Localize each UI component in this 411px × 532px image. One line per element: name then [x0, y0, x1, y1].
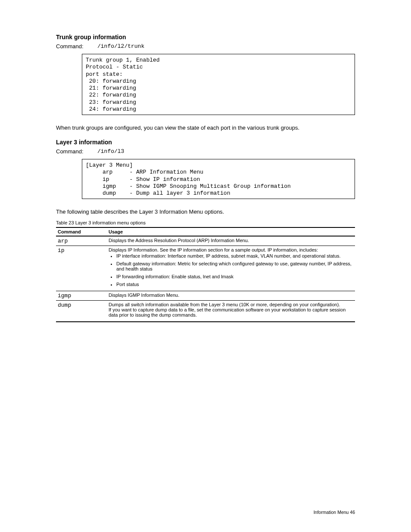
usage-ip-lead: Displays IP Information. See the IP info… — [109, 247, 318, 252]
cmd-igmp: igmp — [58, 292, 71, 299]
usage-dump-tail: If you want to capture dump data to a fi… — [109, 307, 346, 317]
section1-title: Trunk group information — [56, 34, 355, 40]
section2-cmd-path: /info/l3 — [97, 148, 124, 155]
list-item: IP forwarding information: Enable status… — [116, 274, 353, 279]
section1-desc: When trunk groups are configured, you ca… — [56, 124, 355, 131]
page-footer: Information Menu 46 — [56, 510, 355, 515]
section1-code: Trunk group 1, Enabled Protocol - Static… — [82, 54, 355, 115]
section2-title: Layer 3 information — [56, 139, 355, 146]
section1-cmd-label: Command: — [56, 43, 97, 50]
table-row: igmp Displays IGMP Information Menu. — [56, 291, 355, 300]
cmd-arp: arp — [58, 238, 68, 244]
table-row: ip Displays IP Information. See the IP i… — [56, 246, 355, 291]
section1-cmd-path: /info/l2/trunk — [97, 43, 144, 50]
cmd-ip: ip — [58, 247, 65, 254]
table-head-usage: Usage — [107, 228, 355, 236]
cmd-dump: dump — [58, 302, 71, 308]
usage-dump-lead: Dumps all switch information available f… — [109, 302, 340, 307]
table-row: dump Dumps all switch information availa… — [56, 301, 355, 319]
footer-right: Information Menu 46 — [314, 510, 355, 515]
table-head-command: Command — [56, 228, 107, 236]
table-header-row: Command Usage — [56, 228, 355, 236]
layer3-menu-table: Command Usage arp Displays the Address R… — [56, 228, 355, 319]
section2-desc: The following table describes the Layer … — [56, 208, 355, 215]
section2-code: [Layer 3 Menu] arp - ARP Information Men… — [82, 159, 355, 199]
list-item: IP interface information: Interface numb… — [116, 253, 353, 258]
table-bottom-rule — [56, 321, 355, 322]
page: Trunk group information Command: /info/l… — [0, 0, 411, 532]
usage-arp: Displays the Address Resolution Protocol… — [107, 236, 355, 246]
section2-cmd-label: Command: — [56, 148, 97, 155]
table-caption: Table 23 Layer 3 information menu option… — [56, 220, 355, 225]
list-item: Default gateway information: Metric for … — [116, 261, 353, 271]
usage-igmp: Displays IGMP Information Menu. — [107, 291, 355, 300]
usage-ip-list: IP interface information: Interface numb… — [109, 253, 353, 287]
list-item: Port status — [116, 282, 353, 287]
table-row: arp Displays the Address Resolution Prot… — [56, 236, 355, 246]
